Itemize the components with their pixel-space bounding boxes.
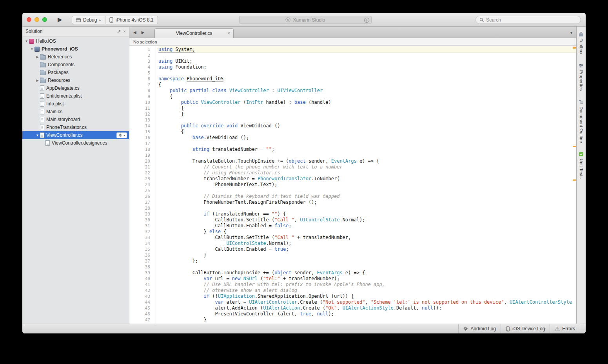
traffic-lights: [27, 17, 47, 22]
configuration-label: Debug: [83, 17, 97, 23]
line-number: 38: [129, 264, 156, 270]
code-line: {: [158, 94, 576, 100]
code-line: [158, 205, 576, 211]
tree-item-viewcontroller-cs[interactable]: ▼ViewController.cs▾: [22, 131, 129, 139]
line-number: 4: [129, 64, 156, 70]
line-number: 15: [129, 129, 156, 135]
solution-icon: [29, 39, 34, 44]
tree-item-label: Components: [48, 62, 74, 67]
dock-tab-document-outline[interactable]: Document Outline: [579, 100, 584, 143]
tab-viewcontroller-cs[interactable]: ViewController.cs ×: [154, 28, 234, 38]
tree-item-viewcontroller-designer-cs[interactable]: ViewController.designer.cs: [22, 139, 129, 147]
cs-file-icon: [40, 132, 44, 138]
navigate-forward-icon[interactable]: ▶: [142, 30, 145, 34]
tree-item-phoneword-ios[interactable]: ▼Phoneword_iOS: [22, 45, 129, 53]
tree-item-components[interactable]: Components: [22, 61, 129, 69]
tree-item-label: PhoneTranslator.cs: [46, 125, 87, 130]
ios-device-log-icon: [506, 326, 510, 331]
run-button[interactable]: ▶: [58, 16, 62, 23]
solution-tree: ▼Hello.iOS▼Phoneword_iOS▶ReferencesCompo…: [22, 36, 129, 324]
statusbar-button-label: iOS Device Log: [512, 326, 545, 331]
code-line: // using PhoneTranslator.cs: [158, 170, 576, 176]
tab-bar: ◀ ▶ ViewController.cs × ▼: [129, 27, 576, 38]
code-line: CallButton.Enabled = false;: [158, 223, 576, 229]
status-text: Xamarin Studio: [293, 17, 325, 23]
line-number: 5: [129, 70, 156, 76]
line-number: 32: [129, 229, 156, 235]
code-line: [158, 70, 576, 76]
line-number: 46: [129, 311, 156, 317]
xamarin-studio-window: ▶ Debug ▸ iPhone 4s iOS 8.1 Xamarin Stud…: [22, 13, 586, 333]
code-line: CallButton.SetTitle ("Call " + translate…: [158, 235, 576, 241]
code-lines[interactable]: using System;using UIKit;using Foundatio…: [156, 46, 576, 324]
tree-item-entitlements-plist[interactable]: Entitlements.plist: [22, 92, 129, 100]
code-line: // Convert the phone number with text to…: [158, 164, 576, 170]
line-number: 35: [129, 246, 156, 252]
cs-file-icon: [40, 109, 44, 114]
refresh-icon[interactable]: [364, 17, 370, 23]
dock-tab-toolbox[interactable]: Toolbox: [579, 32, 584, 54]
tree-item-info-plist[interactable]: Info.plist: [22, 100, 129, 108]
tree-item-main-storyboard[interactable]: Main.storyboard: [22, 116, 129, 123]
tree-item-appdelegate-cs[interactable]: AppDelegate.cs: [22, 84, 129, 92]
change-marker-tick[interactable]: [573, 146, 576, 147]
close-pad-icon[interactable]: ×: [123, 29, 126, 34]
tree-item-references[interactable]: ▶References: [22, 53, 129, 61]
code-line: base.ViewDidLoad ();: [158, 135, 576, 141]
change-marker-tick[interactable]: [573, 179, 576, 181]
code-editor[interactable]: 1234567891011121314151617181920212223242…: [129, 46, 576, 324]
tree-item-label: Packages: [48, 70, 69, 75]
tree-item-label: Phoneword_iOS: [42, 46, 78, 52]
tab-list-dropdown-icon[interactable]: ▼: [570, 31, 573, 35]
close-tab-icon[interactable]: ×: [227, 31, 230, 36]
change-marker-tick[interactable]: [573, 47, 576, 49]
zoom-window-button[interactable]: [42, 17, 47, 22]
tree-item-phonetranslator-cs[interactable]: PhoneTranslator.cs: [22, 123, 129, 131]
close-window-button[interactable]: [27, 17, 31, 22]
dock-tab-label: Unit Tests: [579, 159, 584, 179]
search-input[interactable]: [486, 17, 577, 23]
code-line: PhoneNumberText.ResignFirstResponder ();: [158, 199, 576, 205]
tree-item-main-cs[interactable]: Main.cs: [22, 108, 129, 116]
tree-item-label: Main.cs: [46, 109, 62, 114]
line-number: 33: [129, 235, 156, 241]
pin-pad-icon[interactable]: [117, 29, 121, 34]
folder-icon: [40, 63, 46, 67]
disclosure-triangle-icon[interactable]: ▼: [29, 47, 34, 51]
line-number: 36: [129, 252, 156, 258]
line-number: 43: [129, 293, 156, 299]
device-selector[interactable]: iPhone 4s iOS 8.1: [105, 16, 158, 24]
disclosure-triangle-icon[interactable]: ▼: [35, 134, 40, 137]
tree-item-resources[interactable]: ▶Resources: [22, 76, 129, 84]
statusbar-button-android-log[interactable]: Android Log: [458, 324, 501, 333]
statusbar-button-errors[interactable]: Errors: [550, 324, 580, 333]
line-number: 13: [129, 117, 156, 123]
code-line: {: [158, 129, 576, 135]
configuration-selector[interactable]: Debug ▸: [72, 16, 105, 24]
overview-ruler[interactable]: [573, 46, 576, 324]
cs-file-icon: [40, 125, 44, 130]
disclosure-triangle-icon[interactable]: ▶: [35, 55, 40, 59]
title-bar: ▶ Debug ▸ iPhone 4s iOS 8.1 Xamarin Stud…: [22, 13, 586, 27]
search-box[interactable]: [476, 16, 581, 24]
disclosure-triangle-icon[interactable]: ▶: [35, 79, 40, 82]
navigate-back-icon[interactable]: ◀: [133, 30, 136, 34]
code-line: using UIKit;: [158, 58, 576, 64]
tree-item-packages[interactable]: Packages: [22, 69, 129, 76]
tree-item-options-button[interactable]: ▾: [116, 132, 127, 138]
tree-item-hello-ios[interactable]: ▼Hello.iOS: [22, 37, 129, 45]
code-line: translatedNumber = PhonewordTranslator.T…: [158, 176, 576, 182]
code-line: {: [158, 105, 576, 111]
statusbar-button-ios-device-log[interactable]: iOS Device Log: [501, 324, 550, 333]
minimize-window-button[interactable]: [34, 17, 39, 22]
dock-tab-properties[interactable]: Properties: [579, 63, 584, 91]
line-number: 12: [129, 111, 156, 117]
debug-window-icon: [76, 18, 81, 22]
line-number: 37: [129, 258, 156, 264]
disclosure-triangle-icon[interactable]: ▼: [24, 40, 29, 43]
dock-tab-unit-tests[interactable]: Unit Tests: [579, 152, 584, 179]
line-number: 1: [129, 47, 156, 53]
folder-icon: [40, 55, 46, 60]
code-line: [158, 188, 576, 194]
code-line: [158, 53, 576, 58]
